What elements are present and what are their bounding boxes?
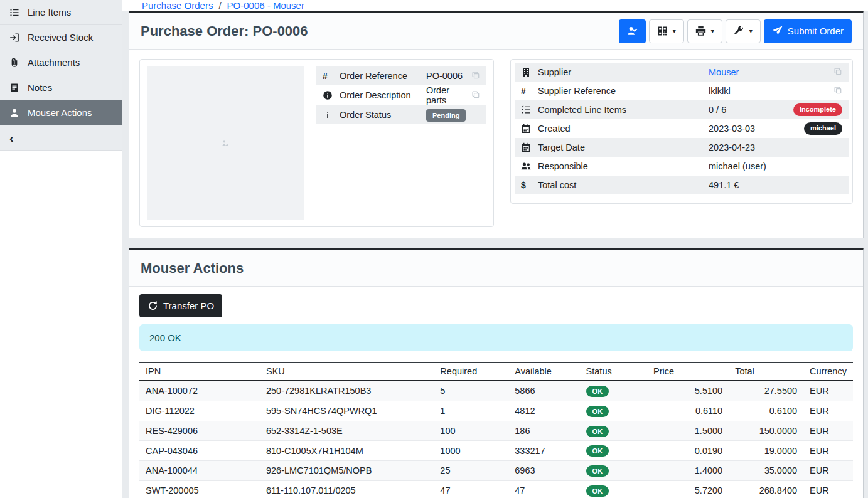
cell-ipn: CAP-043046 (139, 441, 260, 461)
detail-row-created: Created2023-03-03michael (515, 119, 849, 138)
user-icon (9, 108, 19, 118)
copy-icon[interactable] (833, 86, 842, 97)
cell-status: OK (580, 401, 648, 421)
table-row-swt-200005: SWT-200005611-110.107.011/02054747OK5.72… (139, 480, 853, 498)
table-row-dig-112022: DIG-112022595-SN74HCS74QPWRQ114812OK0.61… (139, 401, 853, 421)
sidebar-item-received-stock[interactable]: Received Stock (0, 25, 122, 50)
detail-label: Responsible (538, 161, 709, 171)
cell-status: OK (580, 441, 648, 461)
line-items-table: IPNSKURequiredAvailableStatusPriceTotalC… (139, 362, 853, 498)
cell-sku: 810-C1005X7R1H104M (260, 441, 434, 461)
status-ok-badge: OK (586, 485, 609, 497)
status-ok-badge: OK (586, 445, 609, 457)
table-row-cap-043046: CAP-043046810-C1005X7R1H104M1000333217OK… (139, 441, 853, 461)
cell-status: OK (580, 381, 648, 401)
table-row-ana-100072: ANA-100072250-72981KLRATR150B355866OK5.5… (139, 381, 853, 401)
caret-down-icon: ▾ (749, 28, 753, 34)
cell-total: 150.0000 (729, 421, 803, 441)
calendar-icon (521, 142, 531, 152)
col-header-ipn: IPN (139, 363, 260, 381)
cell-price: 0.0190 (647, 441, 729, 461)
breadcrumb-separator: / (218, 0, 221, 11)
users-icon (521, 161, 531, 171)
mouser-actions-header: Mouser Actions (129, 250, 863, 287)
mouser-actions-body: Transfer PO 200 OK IPNSKURequiredAvailab… (129, 287, 863, 498)
cell-price: 5.7200 (647, 480, 729, 498)
order-details-card: SupplierMouser#Supplier Referencelklklkl… (510, 59, 853, 204)
detail-value: PO-0006 (426, 71, 471, 81)
col-header-available: Available (508, 363, 579, 381)
send-icon (772, 26, 783, 36)
cell-currency: EUR (803, 421, 853, 441)
sidebar-item-label: Received Stock (28, 32, 93, 43)
hash-icon: # (521, 86, 526, 96)
breadcrumb-link-current-order[interactable]: PO-0006 - Mouser (227, 0, 304, 11)
cell-available: 333217 (508, 441, 579, 461)
detail-value: 0 / 6 (709, 105, 793, 115)
order-panel-body: #Order ReferencePO-0006Order Description… (129, 50, 863, 238)
detail-value: 491.1 € (709, 180, 842, 190)
breadcrumb-link-purchase-orders[interactable]: Purchase Orders (142, 0, 213, 11)
status-ok-badge: OK (586, 465, 609, 477)
submit-order-button[interactable]: Submit Order (764, 19, 852, 43)
cell-ipn: SWT-200005 (139, 480, 260, 498)
sidebar-nav: Line ItemsReceived StockAttachmentsNotes… (0, 0, 122, 125)
submit-order-label: Submit Order (788, 26, 844, 36)
sidebar-collapse-button[interactable]: ‹ (0, 125, 122, 151)
paperclip-icon (9, 58, 19, 68)
cell-available: 5866 (508, 381, 579, 401)
detail-row-supplier: SupplierMouser (515, 63, 849, 82)
detail-label: Order Reference (340, 71, 426, 81)
order-image-placeholder[interactable] (147, 66, 304, 220)
cell-available: 4812 (508, 401, 579, 421)
sidebar-item-line-items[interactable]: Line Items (0, 0, 122, 25)
qrcode-icon (657, 26, 668, 36)
assign-user-button[interactable] (619, 19, 646, 43)
sidebar-item-label: Line Items (28, 7, 71, 18)
transfer-po-label: Transfer PO (163, 300, 214, 311)
cell-ipn: DIG-112022 (139, 401, 260, 421)
mouser-actions-title: Mouser Actions (141, 260, 244, 277)
app-root: Line ItemsReceived StockAttachmentsNotes… (0, 0, 868, 498)
cell-price: 1.5000 (647, 421, 729, 441)
order-panel: Purchase Order: PO-0006 ▾▾▾Submit Order … (129, 11, 864, 238)
sidebar-item-mouser-actions[interactable]: Mouser Actions (0, 100, 122, 125)
copy-icon[interactable] (833, 67, 842, 78)
chevron-left-icon: ‹ (9, 132, 14, 144)
cell-ipn: ANA-100072 (139, 381, 260, 401)
detail-value-link[interactable]: Mouser (709, 67, 833, 77)
dollar-icon: $ (521, 180, 526, 190)
table-row-ana-100044: ANA-100044926-LMC7101QM5/NOPB256963OK1.4… (139, 461, 853, 481)
sidebar-item-notes[interactable]: Notes (0, 75, 122, 100)
barcode-actions-button[interactable]: ▾ (649, 19, 684, 43)
table-header-row: IPNSKURequiredAvailableStatusPriceTotalC… (139, 363, 853, 381)
tools-icon (734, 26, 744, 36)
status-ok-badge: OK (586, 426, 609, 437)
sidebar-item-attachments[interactable]: Attachments (0, 50, 122, 75)
sidebar: Line ItemsReceived StockAttachmentsNotes… (0, 0, 122, 498)
col-header-price: Price (647, 363, 729, 381)
status-alert: 200 OK (139, 324, 853, 351)
order-actions-button[interactable]: ▾ (726, 19, 761, 43)
cell-price: 0.6110 (647, 401, 729, 421)
col-header-required: Required (434, 363, 508, 381)
page-title: Purchase Order: PO-0006 (141, 23, 308, 40)
cell-required: 1 (434, 401, 508, 421)
print-actions-button[interactable]: ▾ (687, 19, 722, 43)
sidebar-item-label: Notes (28, 82, 52, 93)
detail-row-order-description: Order DescriptionOrder parts (316, 85, 486, 105)
sidebar-item-label: Attachments (28, 57, 80, 68)
detail-label: Supplier Reference (538, 86, 709, 96)
detail-label: Total cost (538, 180, 709, 190)
cell-required: 100 (434, 421, 508, 441)
status-ok-badge: OK (586, 406, 609, 417)
cell-total: 35.0000 (729, 461, 803, 481)
col-header-status: Status (580, 363, 648, 381)
detail-label: Target Date (538, 142, 709, 152)
detail-value: 2023-04-23 (709, 142, 842, 152)
detail-value: michael (user) (709, 161, 842, 171)
copy-icon[interactable] (471, 90, 480, 101)
copy-icon[interactable] (471, 71, 480, 82)
cell-total: 27.5500 (729, 381, 803, 401)
transfer-po-button[interactable]: Transfer PO (139, 294, 222, 317)
